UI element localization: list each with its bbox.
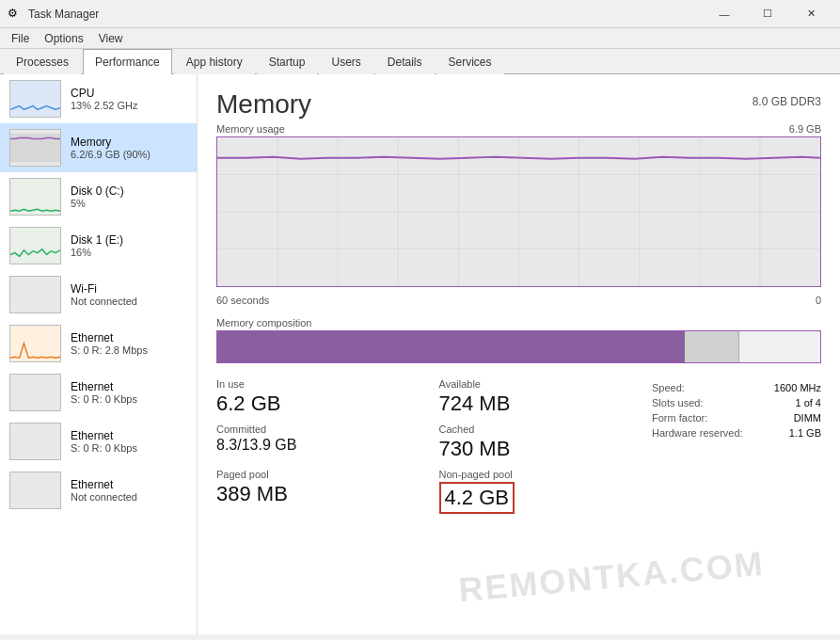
stat-nonpaged-value: 4.2 GB: [445, 486, 509, 510]
stat-slots-label: Slots used:: [652, 397, 703, 408]
tab-services[interactable]: Services: [436, 49, 504, 74]
menu-bar: File Options View: [0, 28, 840, 49]
cpu-mini-graph: [9, 80, 61, 118]
stat-hardware-reserved: Hardware reserved: 1.1 GB: [652, 427, 821, 439]
stat-cached-label: Cached: [439, 424, 634, 435]
close-button[interactable]: ✕: [789, 0, 832, 28]
stat-form-value: DIMM: [794, 412, 821, 424]
memory-value: 6.2/6.9 GB (90%): [71, 149, 187, 160]
menu-options[interactable]: Options: [37, 30, 90, 47]
panel-subtitle: 8.0 GB DDR3: [753, 95, 821, 108]
stat-slots-value: 1 of 4: [795, 397, 821, 408]
sidebar-item-wifi[interactable]: Wi-Fi Not connected: [0, 270, 197, 319]
composition-bar: [216, 330, 821, 363]
sidebar-item-ethernet4[interactable]: Ethernet Not connected: [0, 466, 197, 515]
stat-inuse-value: 6.2 GB: [216, 392, 411, 416]
stat-paged-pool: Paged pool 389 MB: [216, 469, 411, 514]
sidebar-item-disk0[interactable]: Disk 0 (C:) 5%: [0, 172, 197, 221]
minimize-button[interactable]: —: [703, 0, 746, 28]
stats-container: In use 6.2 GB Available 724 MB Committed…: [216, 378, 821, 514]
main-content: CPU 13% 2.52 GHz Memory 6.2/6.9 GB (90%): [0, 74, 840, 634]
stat-available-label: Available: [439, 378, 634, 390]
menu-file[interactable]: File: [4, 30, 37, 47]
ethernet1-mini-graph: [9, 325, 61, 362]
maximize-button[interactable]: ☐: [746, 0, 789, 28]
disk0-mini-graph: [9, 178, 61, 216]
stat-speed: Speed: 1600 MHz: [652, 382, 821, 393]
sidebar-item-ethernet2[interactable]: Ethernet S: 0 R: 0 Kbps: [0, 368, 197, 417]
sidebar: CPU 13% 2.52 GHz Memory 6.2/6.9 GB (90%): [0, 74, 198, 634]
graph-label-row: Memory usage 6.9 GB: [216, 123, 821, 135]
stat-nonpaged-label: Non-paged pool: [439, 469, 634, 480]
disk0-value: 5%: [71, 198, 187, 209]
left-stats: In use 6.2 GB Available 724 MB Committed…: [216, 378, 633, 514]
ethernet3-mini-graph: [9, 423, 61, 460]
graph-svg: [217, 137, 820, 286]
wifi-mini-graph: [9, 276, 61, 313]
disk0-info: Disk 0 (C:) 5%: [71, 184, 187, 209]
stat-cached: Cached 730 MB: [439, 424, 634, 461]
sidebar-item-ethernet1[interactable]: Ethernet S: 0 R: 2.8 Mbps: [0, 319, 197, 368]
memory-name: Memory: [71, 136, 187, 149]
tab-processes[interactable]: Processes: [4, 49, 81, 74]
ethernet1-info: Ethernet S: 0 R: 2.8 Mbps: [71, 331, 187, 356]
ethernet3-name: Ethernet: [71, 429, 187, 442]
tab-users[interactable]: Users: [319, 49, 372, 74]
composition-free: [738, 331, 820, 362]
ethernet4-name: Ethernet: [71, 478, 187, 491]
wifi-info: Wi-Fi Not connected: [71, 282, 187, 307]
svg-rect-9: [10, 472, 60, 508]
disk1-name: Disk 1 (E:): [71, 233, 187, 247]
ethernet4-mini-graph: [9, 472, 61, 509]
tab-app-history[interactable]: App history: [174, 49, 255, 74]
watermark: REMONTKA.COM: [457, 544, 766, 610]
title-bar: ⚙ Task Manager — ☐ ✕: [0, 0, 840, 28]
stat-committed-label: Committed: [216, 424, 411, 435]
panel-title: Memory: [216, 89, 311, 120]
stat-cached-value: 730 MB: [439, 437, 634, 461]
memory-usage-graph-section: Memory usage 6.9 GB: [216, 123, 821, 287]
time-start: 60 seconds: [216, 295, 269, 306]
title-bar-controls: — ☐ ✕: [703, 0, 832, 28]
sidebar-item-disk1[interactable]: Disk 1 (E:) 16%: [0, 221, 197, 270]
tab-performance[interactable]: Performance: [83, 49, 172, 74]
ethernet2-name: Ethernet: [71, 380, 187, 393]
svg-rect-6: [10, 326, 60, 361]
stat-available: Available 724 MB: [439, 378, 634, 416]
stat-inuse: In use 6.2 GB: [216, 378, 411, 416]
time-row: 60 seconds 0: [216, 295, 821, 306]
disk0-name: Disk 0 (C:): [71, 184, 187, 198]
stat-form-factor: Form factor: DIMM: [652, 412, 821, 424]
stat-paged-label: Paged pool: [216, 469, 411, 480]
graph-max: 6.9 GB: [789, 123, 821, 135]
time-end: 0: [816, 295, 821, 306]
stat-nonpaged-pool: Non-paged pool 4.2 GB: [439, 469, 634, 514]
stat-available-value: 724 MB: [439, 392, 634, 416]
sidebar-item-memory[interactable]: Memory 6.2/6.9 GB (90%): [0, 123, 197, 172]
svg-rect-5: [10, 277, 60, 312]
tab-details[interactable]: Details: [375, 49, 435, 74]
stat-slots: Slots used: 1 of 4: [652, 397, 821, 408]
tab-startup[interactable]: Startup: [257, 49, 318, 74]
sidebar-item-ethernet3[interactable]: Ethernet S: 0 R: 0 Kbps: [0, 417, 197, 466]
ethernet1-value: S: 0 R: 2.8 Mbps: [71, 344, 187, 356]
sidebar-item-cpu[interactable]: CPU 13% 2.52 GHz: [0, 74, 197, 123]
ethernet2-value: S: 0 R: 0 Kbps: [71, 393, 187, 405]
composition-label: Memory composition: [216, 317, 821, 328]
stat-hw-label: Hardware reserved:: [652, 427, 743, 439]
app-icon: ⚙: [8, 7, 23, 22]
stat-form-label: Form factor:: [652, 412, 707, 424]
composition-section: Memory composition: [216, 317, 821, 363]
disk1-mini-graph: [9, 227, 61, 264]
composition-inuse: [217, 331, 685, 362]
svg-rect-7: [10, 375, 60, 410]
menu-view[interactable]: View: [91, 30, 131, 47]
composition-standby: [685, 331, 739, 362]
stat-inuse-label: In use: [216, 378, 411, 390]
ethernet3-value: S: 0 R: 0 Kbps: [71, 442, 187, 454]
svg-rect-4: [10, 228, 60, 264]
cpu-name: CPU: [71, 87, 187, 100]
memory-info: Memory 6.2/6.9 GB (90%): [71, 136, 187, 160]
stat-committed: Committed 8.3/13.9 GB: [216, 424, 411, 461]
memory-usage-graph: [216, 136, 821, 287]
